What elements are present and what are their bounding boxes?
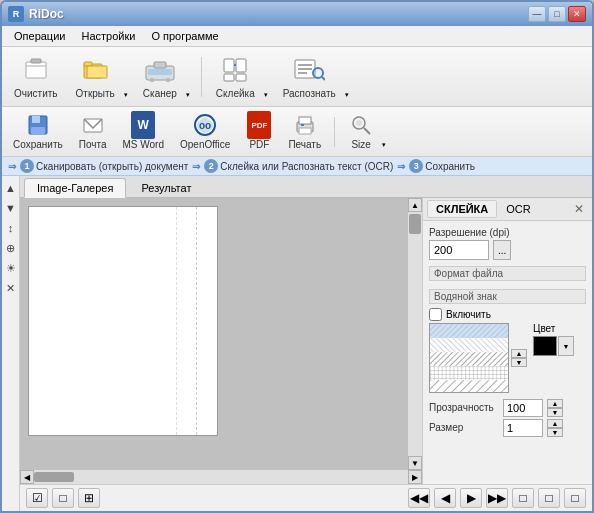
save-button[interactable]: Сохранить — [8, 110, 68, 153]
right-tab-glue[interactable]: СКЛЕЙКА — [427, 200, 497, 218]
tab-image-gallery[interactable]: Image-Галерея — [24, 178, 126, 198]
svg-line-34 — [364, 128, 370, 134]
close-button[interactable]: ✕ — [568, 6, 586, 22]
bottom-nav-left-button[interactable]: ◀ — [434, 488, 456, 508]
h-scroll-right-button[interactable]: ▶ — [408, 470, 422, 484]
svg-rect-14 — [236, 74, 246, 81]
transparency-up-button[interactable]: ▲ — [547, 399, 563, 408]
v-scroll-thumb[interactable] — [409, 214, 421, 234]
open-arrow[interactable]: ▾ — [121, 89, 131, 101]
glue-icon — [219, 54, 251, 86]
right-panel-content: Разрешение (dpi) ... Формат файла — [423, 221, 592, 484]
step-arrow-1: ⇒ — [8, 161, 16, 172]
maximize-button[interactable]: □ — [548, 6, 566, 22]
scanner-button[interactable]: Сканер — [137, 50, 183, 103]
transparency-input[interactable] — [503, 399, 543, 417]
h-scroll-thumb[interactable] — [34, 472, 74, 482]
svg-rect-0 — [26, 62, 46, 78]
v-scroll-up-button[interactable]: ▲ — [408, 198, 422, 212]
pattern-svg-4 — [430, 366, 508, 380]
svg-rect-45 — [430, 380, 508, 393]
open-icon — [79, 54, 111, 86]
side-swap-button[interactable]: ↕ — [3, 220, 19, 236]
size-button[interactable]: Size — [343, 110, 379, 153]
bottom-frame2-button[interactable]: □ — [538, 488, 560, 508]
resolution-input[interactable] — [429, 240, 489, 260]
side-down-button[interactable]: ▼ — [3, 200, 19, 216]
tab-result[interactable]: Результат — [128, 178, 204, 197]
menu-about[interactable]: О программе — [145, 28, 224, 44]
recognize-button[interactable]: Распознать — [277, 50, 342, 103]
resolution-dots-button[interactable]: ... — [493, 240, 511, 260]
mail-label: Почта — [79, 139, 107, 150]
pattern-down-button[interactable]: ▼ — [511, 358, 527, 367]
pattern-row-1[interactable] — [430, 324, 508, 338]
pattern-up-button[interactable]: ▲ — [511, 349, 527, 358]
pattern-row-2[interactable] — [430, 338, 508, 352]
glue-button[interactable]: Склейка — [210, 50, 261, 103]
pattern-select[interactable] — [429, 323, 509, 393]
menu-settings[interactable]: Настройки — [75, 28, 141, 44]
size-arrow[interactable]: ▾ — [379, 139, 389, 151]
svg-rect-12 — [236, 59, 246, 72]
right-panel-close-button[interactable]: ✕ — [570, 202, 588, 216]
enable-checkbox[interactable] — [429, 308, 442, 321]
pattern-row-5[interactable] — [430, 380, 508, 393]
bottom-next-button[interactable]: ▶▶ — [486, 488, 508, 508]
bottom-frame1-button[interactable]: □ — [512, 488, 534, 508]
recognize-icon — [293, 54, 325, 86]
bottom-grid-button[interactable]: ⊞ — [78, 488, 100, 508]
resolution-label: Разрешение (dpi) — [429, 227, 586, 238]
color-box[interactable] — [533, 336, 557, 356]
pattern-row-4[interactable] — [430, 366, 508, 380]
svg-rect-10 — [166, 78, 170, 82]
side-add-button[interactable]: ⊕ — [3, 240, 19, 256]
scanner-tool-group: Сканер ▾ — [137, 50, 193, 103]
mail-button[interactable]: Почта — [74, 110, 112, 153]
size-up-button[interactable]: ▲ — [547, 419, 563, 428]
scanner-arrow[interactable]: ▾ — [183, 89, 193, 101]
svg-point-33 — [356, 120, 362, 126]
image-canvas — [28, 206, 218, 436]
print-button[interactable]: Печать — [283, 110, 326, 153]
title-buttons: — □ ✕ — [528, 6, 586, 22]
size-label: Size — [351, 139, 370, 150]
side-up-button[interactable]: ▲ — [3, 180, 19, 196]
right-tab-ocr[interactable]: OCR — [497, 200, 539, 218]
pattern-row-3[interactable] — [430, 352, 508, 366]
size-icon — [349, 113, 373, 137]
open-button[interactable]: Открыть — [70, 50, 121, 103]
bottom-prev-button[interactable]: ◀◀ — [408, 488, 430, 508]
mail-icon — [81, 113, 105, 137]
minimize-button[interactable]: — — [528, 6, 546, 22]
step-1: 1 Сканировать (открыть) документ — [20, 159, 188, 173]
bottom-square-button[interactable]: □ — [52, 488, 74, 508]
clear-label: Очистить — [14, 88, 58, 99]
size-down-button[interactable]: ▼ — [547, 428, 563, 437]
title-bar-left: R RiDoc — [8, 6, 64, 22]
side-bright-button[interactable]: ☀ — [3, 260, 19, 276]
size-tool-group: Size ▾ — [343, 110, 389, 153]
page-line-2 — [176, 207, 177, 435]
transparency-row: Прозрачность ▲ ▼ — [429, 399, 586, 417]
bottom-check-button[interactable]: ☑ — [26, 488, 48, 508]
openoffice-button[interactable]: oo OpenOffice — [175, 110, 235, 153]
page-line-1 — [196, 207, 197, 435]
recognize-arrow[interactable]: ▾ — [342, 89, 352, 101]
side-delete-button[interactable]: ✕ — [3, 280, 19, 296]
v-scroll-down-button[interactable]: ▼ — [408, 456, 422, 470]
svg-rect-13 — [224, 74, 234, 81]
bottom-frame3-button[interactable]: □ — [564, 488, 586, 508]
transparency-down-button[interactable]: ▼ — [547, 408, 563, 417]
glue-arrow[interactable]: ▾ — [261, 89, 271, 101]
msword-button[interactable]: W MS Word — [117, 110, 169, 153]
bottom-nav-right-button[interactable]: ▶ — [460, 488, 482, 508]
color-dropdown-button[interactable]: ▼ — [558, 336, 574, 356]
pdf-button[interactable]: PDF PDF — [241, 110, 277, 153]
h-scroll-left-button[interactable]: ◀ — [20, 470, 34, 484]
title-text: RiDoc — [29, 7, 64, 21]
pattern-with-select: ▲ ▼ — [429, 323, 527, 395]
clear-button[interactable]: Очистить — [8, 50, 64, 103]
size-input[interactable] — [503, 419, 543, 437]
menu-operations[interactable]: Операции — [8, 28, 71, 44]
